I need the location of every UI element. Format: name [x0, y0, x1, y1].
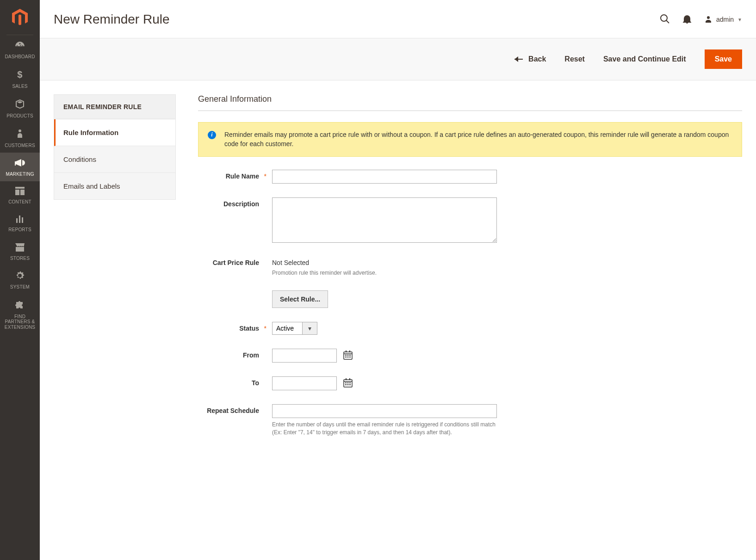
repeat-label: Repeat Schedule: [198, 404, 272, 414]
page-title: New Reminder Rule: [54, 12, 660, 27]
svg-rect-22: [349, 384, 351, 385]
cart-price-rule-value: Not Selected: [272, 258, 513, 266]
nav-label: SYSTEM: [10, 284, 30, 290]
tab-emails-labels[interactable]: Emails and Labels: [54, 173, 175, 199]
notice-text: Reminder emails may promote a cart price…: [224, 131, 729, 148]
save-continue-button[interactable]: Save and Continue Edit: [603, 55, 686, 63]
notifications-icon[interactable]: [683, 14, 691, 25]
nav-reports[interactable]: REPORTS: [0, 209, 40, 237]
info-notice: i Reminder emails may promote a cart pri…: [198, 122, 742, 157]
back-label: Back: [528, 55, 546, 63]
svg-rect-20: [345, 384, 347, 385]
nav-label: FIND PARTNERS & EXTENSIONS: [2, 314, 38, 330]
nav-label: SALES: [12, 84, 27, 89]
svg-rect-15: [346, 378, 347, 380]
nav-products[interactable]: PRODUCTS: [0, 93, 40, 123]
repeat-schedule-input[interactable]: [272, 404, 497, 418]
nav-label: CUSTOMERS: [5, 143, 35, 148]
svg-rect-10: [345, 357, 347, 357]
nav-label: REPORTS: [8, 227, 31, 233]
chevron-down-icon[interactable]: ▾: [303, 322, 317, 335]
back-button[interactable]: Back: [514, 55, 546, 63]
megaphone-icon: [15, 158, 25, 169]
layout-icon: [15, 187, 25, 197]
magento-logo[interactable]: [6, 0, 33, 35]
svg-rect-5: [346, 351, 347, 352]
svg-rect-11: [347, 357, 349, 357]
status-select[interactable]: Active: [272, 322, 303, 335]
svg-point-1: [661, 15, 667, 21]
box-icon: [15, 99, 25, 111]
gauge-icon: [14, 41, 25, 51]
rule-name-input[interactable]: [272, 170, 497, 184]
nav-label: DASHBOARD: [5, 54, 35, 60]
search-icon[interactable]: [660, 14, 670, 25]
account-menu[interactable]: admin ▼: [704, 15, 742, 24]
cart-price-rule-label: Cart Price Rule: [198, 258, 272, 266]
nav-partners[interactable]: FIND PARTNERS & EXTENSIONS: [0, 294, 40, 334]
admin-sidebar: DASHBOARD $ SALES PRODUCTS CUSTOMERS MAR…: [0, 0, 40, 560]
to-date-input[interactable]: [272, 376, 337, 390]
side-tabs: EMAIL REMINDER RULE Rule Information Con…: [54, 94, 176, 200]
svg-rect-18: [347, 382, 349, 383]
from-label: From: [198, 349, 272, 359]
nav-marketing[interactable]: MARKETING: [0, 153, 40, 181]
save-button[interactable]: Save: [705, 49, 742, 69]
calendar-icon[interactable]: [343, 351, 353, 361]
svg-rect-8: [347, 355, 349, 356]
nav-label: CONTENT: [8, 199, 31, 205]
user-name: admin: [716, 16, 734, 23]
description-textarea[interactable]: [272, 197, 497, 243]
user-icon: [704, 15, 713, 24]
description-label: Description: [198, 197, 272, 208]
puzzle-icon: [15, 300, 25, 311]
tab-conditions[interactable]: Conditions: [54, 146, 175, 173]
reset-button[interactable]: Reset: [564, 55, 585, 63]
action-bar: Back Reset Save and Continue Edit Save: [40, 38, 756, 80]
store-icon: [15, 242, 25, 253]
nav-label: STORES: [10, 256, 30, 261]
tab-rule-information[interactable]: Rule Information: [54, 119, 175, 146]
svg-text:$: $: [17, 69, 22, 80]
svg-rect-16: [349, 378, 350, 380]
page-header: New Reminder Rule admin ▼: [40, 0, 756, 38]
info-icon: i: [208, 131, 216, 139]
gear-icon: [15, 271, 25, 282]
nav-stores[interactable]: STORES: [0, 237, 40, 265]
svg-rect-17: [345, 382, 347, 383]
tabs-header: EMAIL REMINDER RULE: [54, 95, 175, 119]
select-rule-button[interactable]: Select Rule...: [272, 290, 328, 308]
nav-sales[interactable]: $ SALES: [0, 64, 40, 93]
person-icon: [16, 129, 24, 140]
calendar-icon[interactable]: [343, 378, 353, 389]
from-date-input[interactable]: [272, 349, 337, 363]
bar-chart-icon: [15, 215, 25, 224]
status-label: Status: [198, 322, 272, 332]
caret-down-icon: ▼: [737, 17, 742, 22]
form-area: General Information i Reminder emails ma…: [198, 94, 742, 441]
section-title: General Information: [198, 94, 742, 111]
to-label: To: [198, 376, 272, 387]
nav-label: PRODUCTS: [6, 113, 33, 119]
arrow-left-icon: [514, 56, 523, 62]
repeat-helper: Enter the number of days until the email…: [272, 421, 497, 437]
nav-content[interactable]: CONTENT: [0, 181, 40, 209]
svg-rect-21: [347, 384, 349, 385]
svg-rect-9: [349, 355, 351, 356]
svg-rect-7: [345, 355, 347, 356]
nav-system[interactable]: SYSTEM: [0, 265, 40, 294]
nav-label: MARKETING: [6, 172, 34, 177]
svg-line-2: [666, 20, 669, 23]
svg-rect-6: [349, 351, 350, 352]
rule-name-label: Rule Name: [198, 170, 272, 180]
cart-price-rule-helper: Promotion rule this reminder will advert…: [272, 269, 497, 277]
nav-customers[interactable]: CUSTOMERS: [0, 123, 40, 153]
dollar-icon: $: [17, 69, 23, 81]
svg-rect-12: [349, 357, 351, 357]
nav-dashboard[interactable]: DASHBOARD: [0, 35, 40, 64]
svg-rect-19: [349, 382, 351, 383]
